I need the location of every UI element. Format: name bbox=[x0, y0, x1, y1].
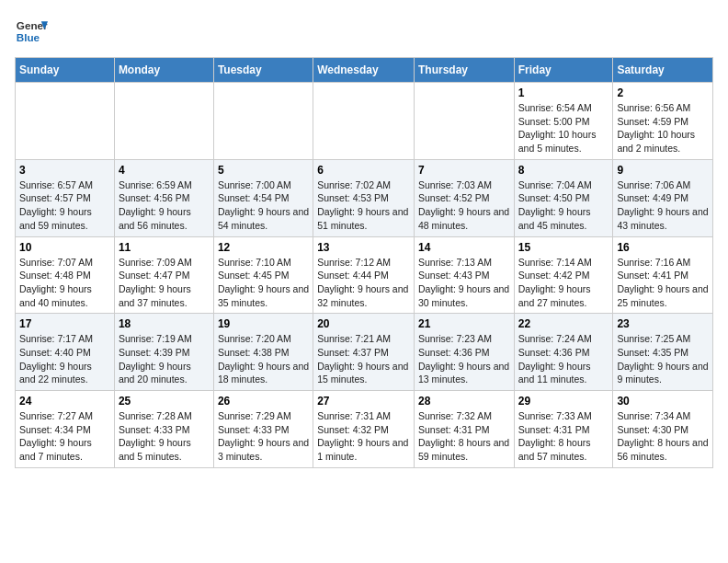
day-info: Sunrise: 7:19 AMSunset: 4:39 PMDaylight:… bbox=[119, 332, 210, 386]
day-info: Sunrise: 6:59 AMSunset: 4:56 PMDaylight:… bbox=[119, 178, 210, 233]
day-info: Sunrise: 7:34 AMSunset: 4:30 PMDaylight:… bbox=[617, 409, 709, 464]
day-number: 22 bbox=[518, 317, 609, 330]
day-info: Sunrise: 7:16 AMSunset: 4:41 PMDaylight:… bbox=[617, 256, 709, 310]
calendar-week-row: 24Sunrise: 7:27 AMSunset: 4:34 PMDayligh… bbox=[16, 391, 713, 468]
svg-text:Blue: Blue bbox=[17, 31, 40, 43]
day-info: Sunrise: 7:32 AMSunset: 4:31 PMDaylight:… bbox=[418, 409, 510, 464]
page-header: General Blue bbox=[15, 15, 713, 48]
calendar-cell: 20Sunrise: 7:21 AMSunset: 4:37 PMDayligh… bbox=[313, 314, 415, 391]
day-info: Sunrise: 6:57 AMSunset: 4:57 PMDaylight:… bbox=[19, 178, 110, 233]
day-number: 19 bbox=[218, 317, 309, 330]
day-info: Sunrise: 7:13 AMSunset: 4:43 PMDaylight:… bbox=[418, 256, 510, 310]
day-number: 11 bbox=[119, 241, 210, 254]
calendar-cell: 19Sunrise: 7:20 AMSunset: 4:38 PMDayligh… bbox=[213, 314, 313, 391]
day-number: 29 bbox=[518, 395, 609, 408]
day-number: 30 bbox=[617, 395, 709, 408]
calendar-week-row: 1Sunrise: 6:54 AMSunset: 5:00 PMDaylight… bbox=[16, 83, 713, 160]
day-info: Sunrise: 7:29 AMSunset: 4:33 PMDaylight:… bbox=[218, 409, 309, 464]
day-number: 6 bbox=[317, 164, 410, 177]
day-of-week-header: Monday bbox=[114, 58, 213, 83]
day-info: Sunrise: 7:23 AMSunset: 4:36 PMDaylight:… bbox=[418, 332, 510, 386]
day-number: 15 bbox=[518, 241, 609, 254]
calendar-cell: 24Sunrise: 7:27 AMSunset: 4:34 PMDayligh… bbox=[16, 391, 115, 468]
day-info: Sunrise: 7:20 AMSunset: 4:38 PMDaylight:… bbox=[218, 332, 309, 386]
calendar-cell: 17Sunrise: 7:17 AMSunset: 4:40 PMDayligh… bbox=[16, 314, 115, 391]
day-of-week-header: Saturday bbox=[613, 58, 713, 83]
calendar-cell: 22Sunrise: 7:24 AMSunset: 4:36 PMDayligh… bbox=[514, 314, 613, 391]
day-info: Sunrise: 7:03 AMSunset: 4:52 PMDaylight:… bbox=[418, 178, 510, 233]
calendar-cell: 7Sunrise: 7:03 AMSunset: 4:52 PMDaylight… bbox=[414, 159, 514, 236]
calendar-cell: 15Sunrise: 7:14 AMSunset: 4:42 PMDayligh… bbox=[514, 236, 613, 314]
day-info: Sunrise: 7:00 AMSunset: 4:54 PMDaylight:… bbox=[218, 178, 309, 233]
day-info: Sunrise: 7:21 AMSunset: 4:37 PMDaylight:… bbox=[317, 332, 410, 386]
day-number: 12 bbox=[218, 241, 309, 254]
calendar-week-row: 3Sunrise: 6:57 AMSunset: 4:57 PMDaylight… bbox=[16, 159, 713, 236]
day-info: Sunrise: 7:17 AMSunset: 4:40 PMDaylight:… bbox=[19, 332, 110, 386]
day-info: Sunrise: 7:31 AMSunset: 4:32 PMDaylight:… bbox=[317, 409, 410, 464]
calendar-week-row: 17Sunrise: 7:17 AMSunset: 4:40 PMDayligh… bbox=[16, 314, 713, 391]
calendar-cell: 6Sunrise: 7:02 AMSunset: 4:53 PMDaylight… bbox=[313, 159, 415, 236]
logo: General Blue bbox=[15, 15, 48, 48]
calendar-week-row: 10Sunrise: 7:07 AMSunset: 4:48 PMDayligh… bbox=[16, 236, 713, 314]
calendar-cell: 29Sunrise: 7:33 AMSunset: 4:31 PMDayligh… bbox=[514, 391, 613, 468]
day-info: Sunrise: 7:09 AMSunset: 4:47 PMDaylight:… bbox=[119, 256, 210, 310]
day-of-week-header: Tuesday bbox=[213, 58, 313, 83]
calendar-cell: 11Sunrise: 7:09 AMSunset: 4:47 PMDayligh… bbox=[114, 236, 213, 314]
calendar-cell: 27Sunrise: 7:31 AMSunset: 4:32 PMDayligh… bbox=[313, 391, 415, 468]
day-number: 28 bbox=[418, 395, 510, 408]
day-info: Sunrise: 6:56 AMSunset: 4:59 PMDaylight:… bbox=[617, 101, 709, 155]
day-info: Sunrise: 7:07 AMSunset: 4:48 PMDaylight:… bbox=[19, 256, 110, 310]
calendar-cell: 26Sunrise: 7:29 AMSunset: 4:33 PMDayligh… bbox=[213, 391, 313, 468]
calendar-cell: 8Sunrise: 7:04 AMSunset: 4:50 PMDaylight… bbox=[514, 159, 613, 236]
day-number: 9 bbox=[617, 164, 709, 177]
calendar-cell: 10Sunrise: 7:07 AMSunset: 4:48 PMDayligh… bbox=[16, 236, 115, 314]
calendar-cell bbox=[313, 83, 415, 160]
day-info: Sunrise: 7:14 AMSunset: 4:42 PMDaylight:… bbox=[518, 256, 609, 310]
day-number: 25 bbox=[119, 395, 210, 408]
calendar-cell: 9Sunrise: 7:06 AMSunset: 4:49 PMDaylight… bbox=[613, 159, 713, 236]
day-number: 16 bbox=[617, 241, 709, 254]
calendar-table: SundayMondayTuesdayWednesdayThursdayFrid… bbox=[15, 57, 713, 468]
day-info: Sunrise: 7:04 AMSunset: 4:50 PMDaylight:… bbox=[518, 178, 609, 233]
day-of-week-header: Thursday bbox=[414, 58, 514, 83]
day-number: 26 bbox=[218, 395, 309, 408]
day-number: 24 bbox=[19, 395, 110, 408]
calendar-cell: 28Sunrise: 7:32 AMSunset: 4:31 PMDayligh… bbox=[414, 391, 514, 468]
day-number: 13 bbox=[317, 241, 410, 254]
day-info: Sunrise: 7:25 AMSunset: 4:35 PMDaylight:… bbox=[617, 332, 709, 386]
calendar-cell: 13Sunrise: 7:12 AMSunset: 4:44 PMDayligh… bbox=[313, 236, 415, 314]
calendar-cell: 16Sunrise: 7:16 AMSunset: 4:41 PMDayligh… bbox=[613, 236, 713, 314]
day-number: 14 bbox=[418, 241, 510, 254]
day-of-week-header: Sunday bbox=[16, 58, 115, 83]
logo-icon: General Blue bbox=[15, 15, 48, 48]
day-info: Sunrise: 7:33 AMSunset: 4:31 PMDaylight:… bbox=[518, 409, 609, 464]
day-info: Sunrise: 7:27 AMSunset: 4:34 PMDaylight:… bbox=[19, 409, 110, 464]
calendar-header-row: SundayMondayTuesdayWednesdayThursdayFrid… bbox=[16, 58, 713, 83]
calendar-cell bbox=[414, 83, 514, 160]
calendar-cell: 2Sunrise: 6:56 AMSunset: 4:59 PMDaylight… bbox=[613, 83, 713, 160]
day-info: Sunrise: 7:02 AMSunset: 4:53 PMDaylight:… bbox=[317, 178, 410, 233]
day-info: Sunrise: 7:24 AMSunset: 4:36 PMDaylight:… bbox=[518, 332, 609, 386]
day-info: Sunrise: 6:54 AMSunset: 5:00 PMDaylight:… bbox=[518, 101, 609, 155]
calendar-cell: 21Sunrise: 7:23 AMSunset: 4:36 PMDayligh… bbox=[414, 314, 514, 391]
calendar-cell: 12Sunrise: 7:10 AMSunset: 4:45 PMDayligh… bbox=[213, 236, 313, 314]
day-of-week-header: Friday bbox=[514, 58, 613, 83]
day-number: 3 bbox=[19, 164, 110, 177]
calendar-cell bbox=[213, 83, 313, 160]
calendar-cell: 14Sunrise: 7:13 AMSunset: 4:43 PMDayligh… bbox=[414, 236, 514, 314]
day-of-week-header: Wednesday bbox=[313, 58, 415, 83]
calendar-cell: 1Sunrise: 6:54 AMSunset: 5:00 PMDaylight… bbox=[514, 83, 613, 160]
calendar-cell bbox=[16, 83, 115, 160]
day-info: Sunrise: 7:06 AMSunset: 4:49 PMDaylight:… bbox=[617, 178, 709, 233]
day-number: 23 bbox=[617, 317, 709, 330]
calendar-cell: 30Sunrise: 7:34 AMSunset: 4:30 PMDayligh… bbox=[613, 391, 713, 468]
day-number: 2 bbox=[617, 86, 709, 99]
day-number: 17 bbox=[19, 317, 110, 330]
day-number: 5 bbox=[218, 164, 309, 177]
day-number: 4 bbox=[119, 164, 210, 177]
calendar-cell: 4Sunrise: 6:59 AMSunset: 4:56 PMDaylight… bbox=[114, 159, 213, 236]
day-number: 20 bbox=[317, 317, 410, 330]
day-number: 7 bbox=[418, 164, 510, 177]
day-info: Sunrise: 7:28 AMSunset: 4:33 PMDaylight:… bbox=[119, 409, 210, 464]
calendar-cell: 25Sunrise: 7:28 AMSunset: 4:33 PMDayligh… bbox=[114, 391, 213, 468]
